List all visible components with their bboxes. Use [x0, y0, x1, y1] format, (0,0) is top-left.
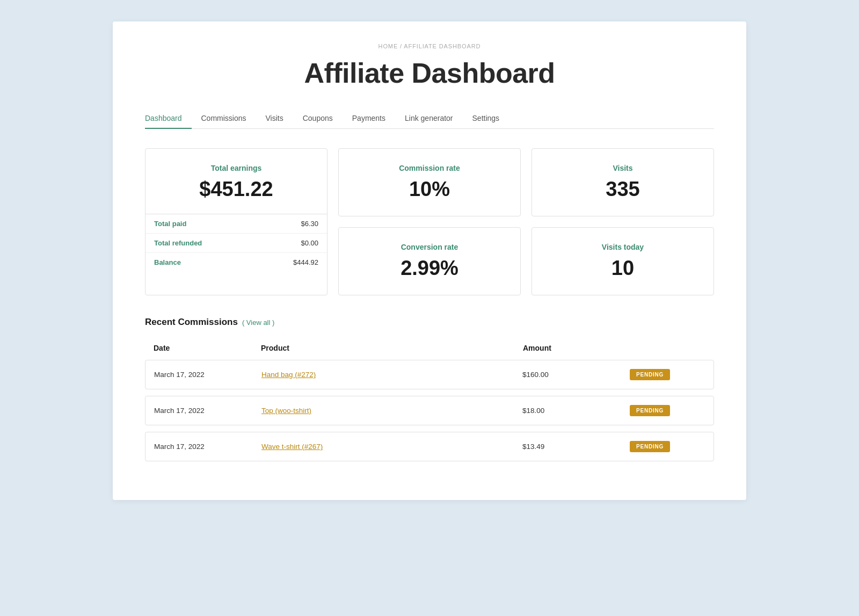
- tab-commissions[interactable]: Commissions: [192, 108, 256, 129]
- page-container: HOME / AFFILIATE DASHBOARD Affiliate Das…: [113, 21, 746, 500]
- row1-product[interactable]: Hand bag (#272): [261, 371, 522, 379]
- row1-status[interactable]: PENDING: [630, 369, 670, 380]
- row2-amount: $18.00: [522, 407, 630, 415]
- recent-commissions-title: Recent Commissions: [145, 317, 238, 328]
- total-earnings-label: Total earnings: [158, 164, 314, 172]
- row3-product[interactable]: Wave t-shirt (#267): [261, 443, 522, 451]
- commission-rate-label: Commission rate: [399, 164, 460, 172]
- breadcrumb: HOME / AFFILIATE DASHBOARD: [145, 43, 714, 49]
- rates-column: Commission rate 10% Conversion rate 2.99…: [338, 148, 521, 295]
- tab-dashboard[interactable]: Dashboard: [145, 108, 192, 129]
- conversion-rate-value: 2.99%: [401, 257, 458, 280]
- total-earnings-value: $451.22: [158, 178, 314, 201]
- commission-row-1: March 17, 2022 Hand bag (#272) $160.00 P…: [145, 360, 714, 389]
- balance-row: Balance $444.92: [145, 253, 327, 272]
- commission-rate-value: 10%: [409, 178, 450, 201]
- visits-today-card: Visits today 10: [532, 227, 714, 295]
- stats-grid: Total earnings $451.22 Total paid $6.30 …: [145, 148, 714, 295]
- total-refunded-value: $0.00: [301, 239, 318, 247]
- row2-product[interactable]: Top (woo-tshirt): [261, 407, 522, 415]
- row1-status-badge[interactable]: PENDING: [630, 369, 705, 380]
- tab-coupons[interactable]: Coupons: [293, 108, 343, 129]
- tabs-navigation: Dashboard Commissions Visits Coupons Pay…: [145, 108, 714, 129]
- row2-date: March 17, 2022: [154, 407, 261, 415]
- total-refunded-row: Total refunded $0.00: [145, 234, 327, 253]
- row2-status-badge[interactable]: PENDING: [630, 405, 705, 416]
- table-header: Date Product Amount: [145, 338, 714, 358]
- commission-rate-card: Commission rate 10%: [338, 148, 521, 216]
- commission-row-3: March 17, 2022 Wave t-shirt (#267) $13.4…: [145, 432, 714, 461]
- row3-status-badge[interactable]: PENDING: [630, 441, 705, 452]
- row3-status[interactable]: PENDING: [630, 441, 670, 452]
- total-paid-row: Total paid $6.30: [145, 214, 327, 234]
- total-refunded-label: Total refunded: [154, 239, 202, 247]
- visits-label: Visits: [613, 164, 632, 172]
- col-date: Date: [154, 344, 261, 352]
- total-paid-label: Total paid: [154, 220, 186, 228]
- visits-value: 335: [606, 178, 639, 201]
- balance-value: $444.92: [293, 258, 318, 266]
- col-status: [630, 344, 705, 352]
- page-title: Affiliate Dashboard: [145, 57, 714, 89]
- visits-column: Visits 335 Visits today 10: [532, 148, 714, 295]
- total-earnings-main: Total earnings $451.22: [145, 149, 327, 214]
- stats-details: Total paid $6.30 Total refunded $0.00 Ba…: [145, 214, 327, 272]
- row3-date: March 17, 2022: [154, 443, 261, 451]
- conversion-rate-label: Conversion rate: [401, 243, 458, 251]
- row1-date: March 17, 2022: [154, 371, 261, 379]
- visits-today-label: Visits today: [602, 243, 644, 251]
- total-paid-value: $6.30: [301, 220, 318, 228]
- col-amount: Amount: [523, 344, 630, 352]
- tab-settings[interactable]: Settings: [463, 108, 509, 129]
- row1-amount: $160.00: [522, 371, 630, 379]
- view-all-link[interactable]: ( View all ): [242, 318, 274, 327]
- commission-row-2: March 17, 2022 Top (woo-tshirt) $18.00 P…: [145, 396, 714, 425]
- tab-payments[interactable]: Payments: [343, 108, 395, 129]
- tab-visits[interactable]: Visits: [256, 108, 293, 129]
- row2-status[interactable]: PENDING: [630, 405, 670, 416]
- conversion-rate-card: Conversion rate 2.99%: [338, 227, 521, 295]
- total-earnings-card: Total earnings $451.22 Total paid $6.30 …: [145, 148, 327, 295]
- row3-amount: $13.49: [522, 443, 630, 451]
- balance-label: Balance: [154, 258, 181, 266]
- tab-link-generator[interactable]: Link generator: [395, 108, 463, 129]
- visits-card: Visits 335: [532, 148, 714, 216]
- visits-today-value: 10: [612, 257, 634, 280]
- col-product: Product: [261, 344, 523, 352]
- recent-commissions-header: Recent Commissions ( View all ): [145, 317, 714, 328]
